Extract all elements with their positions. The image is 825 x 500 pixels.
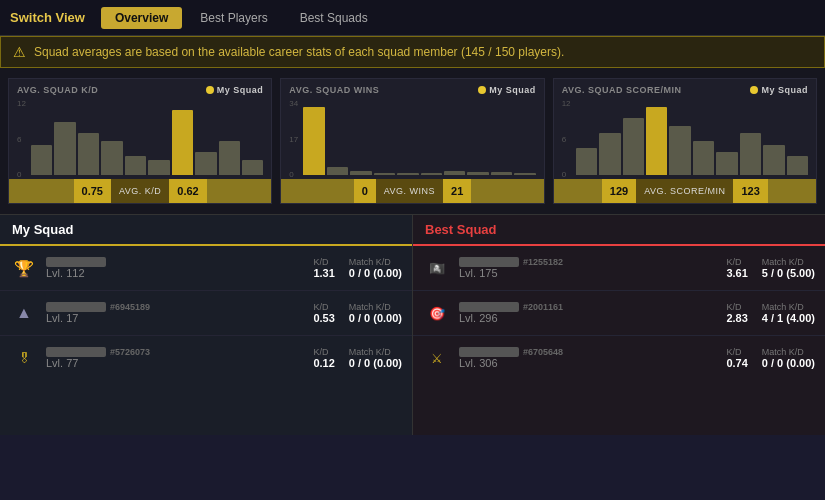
best-stat-matchkd-3: Match K/D 0 / 0 (0.00): [762, 347, 815, 369]
bars-score: [562, 99, 808, 175]
stat-matchkd-1: Match K/D 0 / 0 (0.00): [349, 257, 402, 279]
player-3-stats: K/D 0.12 Match K/D 0 / 0 (0.00): [313, 347, 402, 369]
player-2-name: #6945189: [46, 302, 305, 312]
best-player-1-name: #1255182: [459, 257, 718, 267]
best-stat-kd-2: K/D 2.83: [726, 302, 747, 324]
bar-4: [397, 173, 418, 175]
best-player-1-stats: K/D 3.61 Match K/D 5 / 0 (5.00): [726, 257, 815, 279]
bar-5: [148, 160, 169, 175]
bar-6: [444, 171, 465, 175]
warning-icon: ⚠: [13, 44, 26, 60]
player-1-level: Lvl. 112: [46, 267, 305, 279]
footer-wins-right: 21: [443, 179, 471, 203]
charts-section: AVG. SQUAD K/D My Squad 12 6 0 0.75 AVG.…: [0, 68, 825, 215]
bar-chart-wins: 34 17 0: [289, 99, 535, 179]
best-player-3-name: #6705648: [459, 347, 718, 357]
best-rank-icon-3: ⚔: [423, 344, 451, 372]
chart-score-footer: 129 AVG. SCORE/MIN 123: [554, 179, 816, 203]
bar-7: [195, 152, 216, 175]
best-stat-kd-1: K/D 3.61: [726, 257, 747, 279]
footer-wins-mid: AVG. WINS: [376, 179, 443, 203]
best-player-2-info: #2001161 Lvl. 296: [459, 302, 718, 324]
footer-wins-left: 0: [354, 179, 376, 203]
tab-best-players[interactable]: Best Players: [186, 7, 281, 29]
best-stat-kd-3: K/D 0.74: [726, 347, 747, 369]
stat-matchkd-3: Match K/D 0 / 0 (0.00): [349, 347, 402, 369]
my-squad-badge-wins: My Squad: [478, 85, 536, 95]
best-player-2-stats: K/D 2.83 Match K/D 4 / 1 (4.00): [726, 302, 815, 324]
dot-wins: [478, 86, 486, 94]
best-squad-player-1: 🏴‍☠️ #1255182 Lvl. 175 K/D 3.61 Match K/…: [413, 246, 825, 291]
bar-0: [303, 107, 324, 175]
player-1-name: [46, 257, 305, 267]
bar-2: [623, 118, 644, 175]
best-rank-icon-2: 🎯: [423, 299, 451, 327]
bar-5: [693, 141, 714, 175]
bar-6: [716, 152, 737, 175]
bar-0: [576, 148, 597, 175]
tab-overview[interactable]: Overview: [101, 7, 182, 29]
alert-banner: ⚠ Squad averages are based on the availa…: [0, 36, 825, 68]
player-2-name-blurred: [46, 302, 106, 312]
best-squad-player-2: 🎯 #2001161 Lvl. 296 K/D 2.83 Match K/D 4…: [413, 291, 825, 336]
bar-8: [763, 145, 784, 175]
bar-chart-kd: 12 6 0: [17, 99, 263, 179]
bar-9: [514, 173, 535, 175]
bar-4: [669, 126, 690, 175]
my-squad-player-2: ▲ #6945189 Lvl. 17 K/D 0.53 Match K/D 0 …: [0, 291, 412, 336]
player-2-stats: K/D 0.53 Match K/D 0 / 0 (0.00): [313, 302, 402, 324]
footer-score-right: 123: [733, 179, 767, 203]
bar-3: [101, 141, 122, 175]
chart-kd-title: AVG. SQUAD K/D My Squad: [17, 85, 263, 95]
bar-5: [421, 173, 442, 175]
best-player-3-level: Lvl. 306: [459, 357, 718, 369]
best-player-2-blurred: [459, 302, 519, 312]
stat-kd-2: K/D 0.53: [313, 302, 334, 324]
player-3-info: #5726073 Lvl. 77: [46, 347, 305, 369]
header: Switch View Overview Best Players Best S…: [0, 0, 825, 36]
footer-score-left: 129: [602, 179, 636, 203]
bar-6: [172, 110, 193, 175]
best-player-1-level: Lvl. 175: [459, 267, 718, 279]
bar-3: [374, 173, 395, 175]
footer-kd-mid: AVG. K/D: [111, 179, 169, 203]
player-1-info: Lvl. 112: [46, 257, 305, 279]
chart-wins-title: AVG. SQUAD WINS My Squad: [289, 85, 535, 95]
best-rank-icon-1: 🏴‍☠️: [423, 254, 451, 282]
best-player-2-level: Lvl. 296: [459, 312, 718, 324]
best-player-1-info: #1255182 Lvl. 175: [459, 257, 718, 279]
bar-2: [350, 171, 371, 175]
bar-4: [125, 156, 146, 175]
bar-3: [646, 107, 667, 175]
bottom-section: My Squad 🏆 Lvl. 112 K/D 1.31 Match K/D 0…: [0, 215, 825, 435]
best-player-3-stats: K/D 0.74 Match K/D 0 / 0 (0.00): [726, 347, 815, 369]
player-2-level: Lvl. 17: [46, 312, 305, 324]
best-player-2-name: #2001161: [459, 302, 718, 312]
chart-wins-footer: 0 AVG. WINS 21: [281, 179, 543, 203]
bar-8: [219, 141, 240, 175]
player-1-stats: K/D 1.31 Match K/D 0 / 0 (0.00): [313, 257, 402, 279]
bar-chart-score: 12 6 0: [562, 99, 808, 179]
chart-score: AVG. SQUAD SCORE/MIN My Squad 12 6 0 129…: [553, 78, 817, 204]
best-player-3-info: #6705648 Lvl. 306: [459, 347, 718, 369]
best-squad-player-3: ⚔ #6705648 Lvl. 306 K/D 0.74 Match K/D 0…: [413, 336, 825, 380]
bar-1: [54, 122, 75, 175]
rank-icon-1: 🏆: [10, 254, 38, 282]
my-squad-header: My Squad: [0, 215, 412, 246]
tab-best-squads[interactable]: Best Squads: [286, 7, 382, 29]
chart-kd-footer: 0.75 AVG. K/D 0.62: [9, 179, 271, 203]
dot-score: [750, 86, 758, 94]
alert-text: Squad averages are based on the availabl…: [34, 45, 564, 59]
chart-score-title: AVG. SQUAD SCORE/MIN My Squad: [562, 85, 808, 95]
best-stat-matchkd-1: Match K/D 5 / 0 (5.00): [762, 257, 815, 279]
bar-8: [491, 172, 512, 175]
switch-view-label[interactable]: Switch View: [10, 10, 85, 25]
rank-icon-3: 🎖: [10, 344, 38, 372]
bar-0: [31, 145, 52, 175]
bar-9: [242, 160, 263, 175]
best-stat-matchkd-2: Match K/D 4 / 1 (4.00): [762, 302, 815, 324]
rank-icon-2: ▲: [10, 299, 38, 327]
my-squad-player-3: 🎖 #5726073 Lvl. 77 K/D 0.12 Match K/D 0 …: [0, 336, 412, 380]
my-squad-badge-kd: My Squad: [206, 85, 264, 95]
footer-kd-right: 0.62: [169, 179, 206, 203]
